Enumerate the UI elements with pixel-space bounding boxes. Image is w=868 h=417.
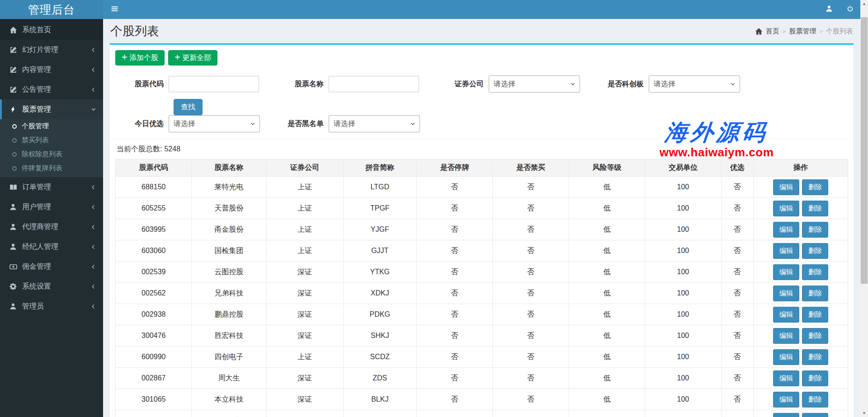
- sidebar-toggle-button[interactable]: [103, 0, 126, 19]
- star-market-select[interactable]: 请选择: [649, 75, 740, 93]
- delete-button[interactable]: 删除: [802, 413, 828, 417]
- delete-button[interactable]: 删除: [802, 222, 828, 238]
- account-button[interactable]: [819, 0, 840, 19]
- delete-button[interactable]: 删除: [802, 370, 828, 386]
- chevron-down-icon: [410, 121, 415, 127]
- stock-name-input[interactable]: [329, 76, 419, 92]
- edit-button[interactable]: 编辑: [773, 286, 799, 301]
- sidebar-item-label: 内容管理: [22, 65, 51, 75]
- sidebar-item-6[interactable]: 用户管理: [0, 197, 103, 217]
- edit-button[interactable]: 编辑: [773, 264, 799, 280]
- blacklist-select-value: 请选择: [334, 119, 355, 129]
- edit-button[interactable]: 编辑: [773, 370, 799, 386]
- sidebar-item-9[interactable]: 佣金管理: [0, 257, 103, 276]
- table-row: 605255天普股份上证TPGF否否低100否编辑删除: [116, 198, 848, 219]
- scrollbar-down-button[interactable]: ▼: [860, 409, 868, 417]
- edit-button[interactable]: 编辑: [773, 201, 799, 216]
- breadcrumb-stock-link[interactable]: 股票管理: [789, 27, 816, 36]
- cell-risk: 低: [569, 410, 645, 417]
- chevron-down-icon: [570, 81, 576, 87]
- cell-company: 深证: [266, 262, 343, 283]
- cell-banned: 否: [493, 198, 569, 219]
- edit-button[interactable]: 编辑: [773, 392, 799, 408]
- stock-name-label: 股票名称: [275, 80, 329, 89]
- sidebar-item-2[interactable]: 内容管理: [0, 60, 103, 80]
- table-row: 002539云图控股深证YTKG否否低100否编辑删除: [116, 262, 848, 283]
- stock-table: 股票代码股票名称证券公司拼音简称是否停牌是否禁买风险等级交易单位优选操作 688…: [115, 159, 848, 417]
- sidebar-item-0[interactable]: 系统首页: [0, 20, 103, 40]
- scrollbar-thumb[interactable]: [861, 17, 868, 284]
- cell-preferred: 否: [721, 198, 753, 219]
- chevron-left-icon: [90, 244, 96, 250]
- edit-button[interactable]: 编辑: [773, 179, 799, 195]
- cell-name: 兄弟科技: [192, 283, 266, 304]
- cell-code: 301065: [116, 389, 192, 410]
- cell-pinyin: LTGD: [343, 177, 416, 198]
- blacklist-select[interactable]: 请选择: [329, 115, 420, 132]
- edit-button[interactable]: 编辑: [773, 243, 799, 259]
- cell-suspended: 否: [416, 198, 492, 219]
- brand-title: 管理后台: [0, 0, 103, 19]
- delete-button[interactable]: 删除: [802, 264, 828, 280]
- sidebar-item-label: 管理员: [22, 302, 44, 311]
- bolt-icon: [8, 106, 18, 113]
- sidebar-subitem-1[interactable]: 禁买列表: [0, 133, 103, 147]
- table-row: 603060国检集团上证GJJT否否低100否编辑删除: [116, 240, 848, 262]
- exchange-label: 证券公司: [435, 80, 489, 89]
- delete-button[interactable]: 删除: [802, 201, 828, 216]
- edit-button[interactable]: 编辑: [773, 349, 799, 365]
- filter-row-2: 今日优选 请选择 是否黑名单 请选择: [115, 115, 848, 132]
- cell-risk: 低: [569, 177, 645, 198]
- today-pick-select[interactable]: 请选择: [169, 115, 260, 132]
- sidebar-item-8[interactable]: 经纪人管理: [0, 237, 103, 257]
- delete-button[interactable]: 删除: [802, 392, 828, 408]
- sidebar-item-label: 系统设置: [22, 282, 51, 291]
- sidebar-item-3[interactable]: 公告管理: [0, 80, 103, 99]
- chevron-left-icon: [90, 224, 96, 230]
- sidebar-section-3: 公告管理: [0, 80, 103, 99]
- cell-company: 深证: [266, 325, 343, 347]
- edit-button[interactable]: 编辑: [773, 413, 799, 417]
- edit-button[interactable]: 编辑: [773, 222, 799, 238]
- scrollbar[interactable]: ▲ ▼: [860, 0, 868, 417]
- cell-name: 云图控股: [192, 262, 266, 283]
- breadcrumb-current: 个股列表: [826, 27, 853, 36]
- cell-company: 深证: [266, 283, 343, 304]
- add-stock-button[interactable]: 添加个股: [115, 50, 165, 66]
- delete-button[interactable]: 删除: [802, 328, 828, 344]
- search-button[interactable]: 查找: [174, 99, 203, 115]
- sidebar-item-5[interactable]: 订单管理: [0, 177, 103, 197]
- delete-button[interactable]: 删除: [802, 179, 828, 195]
- sidebar-subitem-2[interactable]: 除权除息列表: [0, 147, 103, 161]
- sidebar-item-7[interactable]: 代理商管理: [0, 217, 103, 237]
- exchange-select-value: 请选择: [494, 80, 515, 89]
- stock-code-input[interactable]: [169, 76, 259, 92]
- sidebar-item-10[interactable]: 系统设置: [0, 276, 103, 296]
- sidebar-item-1[interactable]: 幻灯片管理: [0, 40, 103, 60]
- sidebar-subitem-3[interactable]: 停牌复牌列表: [0, 161, 103, 175]
- edit-button[interactable]: 编辑: [773, 328, 799, 344]
- cell-pinyin: SCDZ: [343, 347, 416, 368]
- cell-pinyin: SHKJ: [343, 325, 416, 347]
- cell-name: 四创电子: [192, 347, 266, 368]
- logout-button[interactable]: [840, 0, 860, 19]
- filter-today-pick: 今日优选 请选择: [115, 115, 275, 132]
- edit-button[interactable]: 编辑: [773, 307, 799, 323]
- cell-banned: 否: [493, 283, 569, 304]
- delete-button[interactable]: 删除: [802, 286, 828, 301]
- sidebar-item-11[interactable]: 管理员: [0, 296, 103, 316]
- update-all-button[interactable]: 更新全部: [168, 50, 217, 66]
- scrollbar-up-button[interactable]: ▲: [860, 0, 868, 8]
- sidebar-section-6: 用户管理: [0, 197, 103, 217]
- delete-button[interactable]: 删除: [802, 307, 828, 323]
- exchange-select[interactable]: 请选择: [489, 75, 580, 93]
- sidebar-item-4[interactable]: 股票管理: [0, 99, 103, 119]
- delete-button[interactable]: 删除: [802, 349, 828, 365]
- breadcrumb-home-link[interactable]: 首页: [766, 27, 779, 36]
- power-icon: [847, 5, 854, 14]
- column-header-7: 交易单位: [645, 159, 721, 177]
- delete-button[interactable]: 删除: [802, 243, 828, 259]
- cell-pinyin: TPGF: [343, 198, 416, 219]
- table-row: 600990四创电子上证SCDZ否否低100否编辑删除: [116, 347, 848, 368]
- sidebar-subitem-0[interactable]: 个股管理: [0, 119, 103, 133]
